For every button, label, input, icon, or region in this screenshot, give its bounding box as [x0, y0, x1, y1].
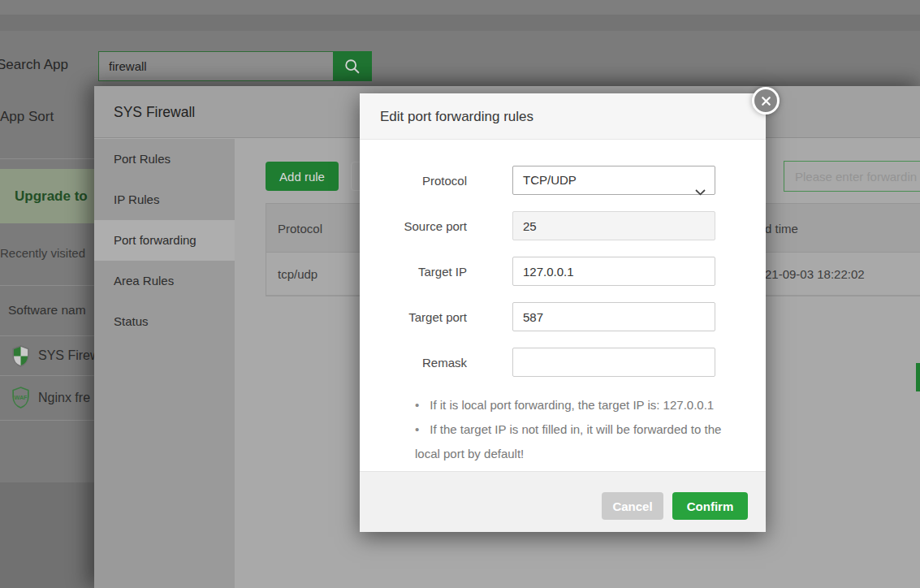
modal-title: Edit port forwarding rules — [360, 93, 766, 140]
cell-add-time: 21-09-03 18:22:02 — [765, 267, 865, 281]
modal-help-notes: •If it is local port forwarding, the tar… — [415, 393, 735, 466]
divider — [0, 158, 94, 159]
cell-protocol: tcp/udp — [278, 267, 317, 281]
edit-port-forwarding-modal: Edit port forwarding rules Protocol TCP/… — [360, 93, 766, 532]
search-icon — [343, 58, 361, 76]
remask-label: Remask — [360, 356, 467, 370]
divider — [0, 420, 94, 421]
add-rule-button[interactable]: Add rule — [266, 162, 339, 191]
note-target-ip-default: •If the target IP is not filled in, it w… — [415, 417, 735, 466]
forwarding-search-input[interactable] — [784, 161, 920, 192]
modal-body: Protocol TCP/UDP Source port Target IP T… — [360, 141, 766, 471]
form-row-protocol: Protocol TCP/UDP — [360, 166, 766, 195]
form-row-target-ip: Target IP — [360, 257, 766, 286]
source-port-input[interactable] — [512, 211, 715, 240]
bullet-dot: • — [415, 393, 419, 417]
svg-text:WAF: WAF — [14, 394, 28, 401]
upgrade-button[interactable]: Upgrade to — [0, 169, 94, 223]
app-name: SYS Firew — [38, 348, 100, 363]
app-list-item-nginx[interactable]: WAF Nginx fre — [0, 376, 94, 419]
target-port-label: Target port — [360, 310, 467, 324]
panel-sidebar: Port Rules IP Rules Port forwarding Area… — [94, 139, 235, 588]
top-band — [0, 15, 920, 31]
sidebar-item-port-rules[interactable]: Port Rules — [94, 139, 235, 179]
firewall-shield-icon — [11, 345, 31, 367]
divider — [0, 285, 94, 286]
cancel-button[interactable]: Cancel — [602, 492, 663, 520]
sidebar-item-ip-rules[interactable]: IP Rules — [94, 179, 235, 220]
form-row-target-port: Target port — [360, 302, 766, 331]
sidebar-item-port-forwarding[interactable]: Port forwarding — [94, 220, 235, 261]
bullet-dot: • — [415, 417, 419, 442]
note-text: If the target IP is not filled in, it wi… — [415, 422, 721, 460]
app-list-item-sys-firewall[interactable]: SYS Firew — [0, 336, 94, 375]
app-search-input[interactable] — [98, 51, 333, 81]
modal-footer: Cancel Confirm — [360, 471, 766, 532]
protocol-label: Protocol — [360, 174, 467, 188]
top-strip — [0, 0, 920, 15]
app-sort-label: App Sort — [0, 109, 54, 125]
app-search — [98, 51, 372, 81]
sidebar-item-status[interactable]: Status — [94, 301, 235, 342]
note-text: If it is local port forwarding, the targ… — [430, 398, 714, 412]
sidebar-item-area-rules[interactable]: Area Rules — [94, 261, 235, 301]
target-ip-label: Target IP — [360, 265, 467, 279]
target-port-input[interactable] — [512, 302, 715, 331]
column-header-protocol: Protocol — [278, 221, 322, 235]
app-search-button[interactable] — [333, 51, 372, 81]
protocol-select-value: TCP/UDP — [523, 173, 577, 187]
waf-shield-icon: WAF — [11, 387, 31, 409]
target-ip-input[interactable] — [512, 257, 715, 286]
remask-input[interactable] — [512, 348, 715, 377]
upgrade-label: Upgrade to — [15, 188, 88, 204]
screen: Search App App Sort Upgrade to Recently … — [0, 0, 920, 588]
note-local-forwarding: •If it is local port forwarding, the tar… — [415, 393, 735, 417]
clipped-green-button[interactable] — [916, 363, 920, 391]
app-name: Nginx fre — [38, 391, 90, 405]
form-row-source-port: Source port — [360, 211, 766, 240]
protocol-select[interactable]: TCP/UDP — [512, 166, 715, 195]
form-row-remask: Remask — [360, 348, 766, 377]
close-icon[interactable] — [752, 87, 780, 115]
chevron-down-icon — [695, 178, 706, 205]
source-port-label: Source port — [360, 219, 467, 233]
confirm-button[interactable]: Confirm — [672, 492, 748, 520]
search-app-label: Search App — [0, 57, 68, 73]
software-name-column-label: Software nam — [8, 303, 86, 318]
page-footer-region — [0, 482, 94, 588]
column-header-add-time: d time — [765, 221, 798, 235]
recently-visited-label: Recently visited — [0, 246, 85, 260]
